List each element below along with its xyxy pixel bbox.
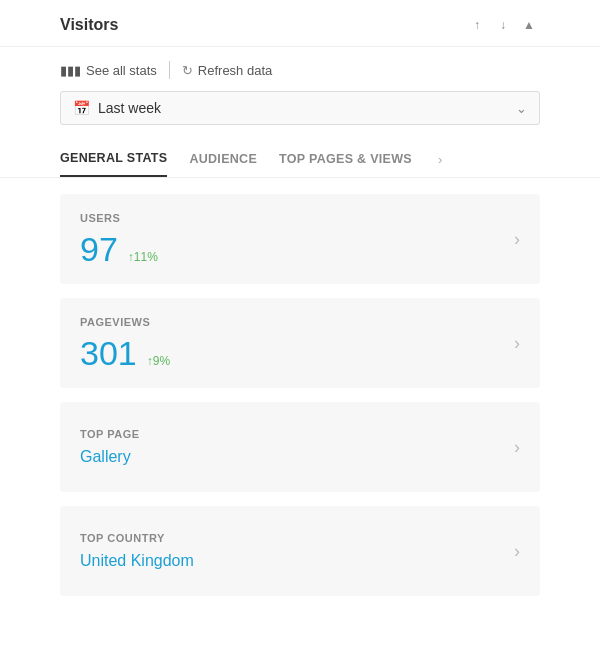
users-change: ↑11%: [128, 250, 158, 264]
pageviews-change: ↑9%: [147, 354, 170, 368]
header-controls: ↑ ↓ ▲: [466, 14, 540, 36]
widget-title: Visitors: [60, 16, 118, 34]
top-country-label: Top Country: [80, 532, 514, 544]
users-value: 97: [80, 232, 118, 266]
date-selector-left: 📅 Last week: [73, 100, 161, 116]
pageviews-card-chevron: ›: [514, 333, 520, 354]
tabs-more-button[interactable]: ›: [438, 152, 442, 167]
see-all-stats-label: See all stats: [86, 63, 157, 78]
tab-general-stats[interactable]: General Stats: [60, 141, 167, 177]
pageviews-value-row: 301 ↑9%: [80, 336, 514, 370]
top-country-card[interactable]: Top Country United Kingdom ›: [60, 506, 540, 596]
top-country-card-content: Top Country United Kingdom: [80, 532, 514, 570]
top-country-card-chevron: ›: [514, 541, 520, 562]
users-value-row: 97 ↑11%: [80, 232, 514, 266]
stats-cards: Users 97 ↑11% › Pageviews 301 ↑9% › Top …: [0, 194, 600, 596]
users-card-content: Users 97 ↑11%: [80, 212, 514, 266]
pageviews-card[interactable]: Pageviews 301 ↑9% ›: [60, 298, 540, 388]
tab-audience[interactable]: Audience: [189, 142, 257, 176]
chevron-down-icon: ⌄: [516, 101, 527, 116]
refresh-data-label: Refresh data: [198, 63, 272, 78]
top-page-label: Top Page: [80, 428, 514, 440]
pageviews-card-content: Pageviews 301 ↑9%: [80, 316, 514, 370]
see-all-stats-link[interactable]: ▮▮▮ See all stats: [60, 63, 157, 78]
refresh-icon: ↻: [182, 63, 193, 78]
calendar-icon: 📅: [73, 100, 90, 116]
refresh-data-link[interactable]: ↻ Refresh data: [182, 63, 272, 78]
tab-top-pages[interactable]: Top Pages & Views: [279, 142, 412, 176]
arrow-collapse-button[interactable]: ▲: [518, 14, 540, 36]
tabs-bar: General Stats Audience Top Pages & Views…: [0, 141, 600, 178]
pageviews-label: Pageviews: [80, 316, 514, 328]
bar-chart-icon: ▮▮▮: [60, 63, 81, 78]
arrow-down-button[interactable]: ↓: [492, 14, 514, 36]
arrow-up-button[interactable]: ↑: [466, 14, 488, 36]
date-selector[interactable]: 📅 Last week ⌄: [60, 91, 540, 125]
users-card-chevron: ›: [514, 229, 520, 250]
toolbar-divider: [169, 61, 170, 79]
date-selector-value: Last week: [98, 100, 161, 116]
top-page-value-row: Gallery: [80, 448, 514, 466]
top-page-card[interactable]: Top Page Gallery ›: [60, 402, 540, 492]
top-page-card-content: Top Page Gallery: [80, 428, 514, 466]
users-label: Users: [80, 212, 514, 224]
top-country-value: United Kingdom: [80, 552, 194, 570]
toolbar: ▮▮▮ See all stats ↻ Refresh data: [0, 47, 600, 91]
pageviews-value: 301: [80, 336, 137, 370]
top-page-card-chevron: ›: [514, 437, 520, 458]
widget-header: Visitors ↑ ↓ ▲: [0, 0, 600, 47]
top-country-value-row: United Kingdom: [80, 552, 514, 570]
users-card[interactable]: Users 97 ↑11% ›: [60, 194, 540, 284]
top-page-value: Gallery: [80, 448, 131, 466]
